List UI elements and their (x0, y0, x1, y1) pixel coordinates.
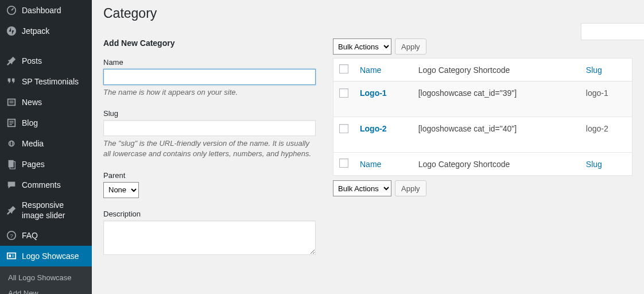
dashboard-icon (6, 5, 17, 16)
tablenav-bottom: Bulk Actions Apply (333, 180, 633, 196)
col-slug-footer[interactable]: Slug (580, 153, 633, 176)
jetpack-icon (6, 25, 17, 37)
sidebar-item-slider[interactable]: Responsive image slider (0, 195, 92, 225)
sidebar-label: Posts (22, 56, 42, 66)
sidebar-item-dashboard[interactable]: Dashboard (0, 0, 92, 21)
sidebar-item-comments[interactable]: Comments (0, 175, 92, 195)
svg-rect-14 (7, 253, 15, 259)
name-label: Name (103, 58, 316, 67)
row-checkbox[interactable] (339, 88, 348, 98)
slug-desc: The "slug" is the URL-friendly version o… (103, 138, 316, 159)
bulk-action-select-top[interactable]: Bulk Actions (333, 38, 391, 55)
name-input[interactable] (103, 69, 316, 85)
parent-label: Parent (103, 171, 316, 180)
blog-icon (6, 117, 17, 129)
sidebar-label: Blog (22, 118, 38, 128)
description-input[interactable] (103, 220, 316, 255)
svg-point-9 (9, 141, 14, 146)
add-category-form: Add New Category Name The name is how it… (103, 38, 316, 268)
showcase-icon (6, 250, 17, 262)
apply-button-bottom[interactable]: Apply (395, 180, 426, 196)
row-slug: logo-2 (580, 117, 633, 153)
sidebar-item-media[interactable]: Media (0, 133, 92, 154)
media-icon (6, 138, 17, 149)
news-icon (6, 96, 17, 108)
description-label: Description (103, 210, 316, 218)
name-desc: The name is how it appears on your site. (103, 87, 316, 98)
row-shortcode: [logoshowcase cat_id="40"] (413, 117, 580, 153)
sidebar-item-news[interactable]: News (0, 92, 92, 113)
sidebar-label: Logo Showcase (22, 251, 79, 261)
sidebar-label: Jetpack (22, 26, 49, 36)
sidebar-item-posts[interactable]: Posts (0, 51, 92, 71)
row-shortcode: [logoshowcase cat_id="39"] (413, 82, 580, 117)
row-slug: logo-1 (580, 82, 633, 117)
tablenav-top: Bulk Actions Apply (333, 38, 633, 55)
search-input[interactable] (581, 23, 644, 40)
bulk-action-select-bottom[interactable]: Bulk Actions (333, 180, 391, 196)
svg-point-1 (7, 26, 16, 36)
sidebar-item-blog[interactable]: Blog (0, 113, 92, 133)
category-list-panel: Bulk Actions Apply Name Logo Category Sh… (333, 38, 633, 268)
quote-icon (6, 76, 17, 87)
row-checkbox[interactable] (339, 124, 348, 133)
table-row: Logo-1 [logoshowcase cat_id="39"] logo-1 (333, 82, 633, 117)
svg-rect-2 (8, 99, 15, 106)
form-heading: Add New Category (103, 38, 316, 48)
sidebar-label: News (22, 97, 42, 107)
svg-rect-10 (9, 160, 14, 168)
submenu-all-logo[interactable]: All Logo Showcase (0, 270, 92, 285)
page-title: Category (103, 6, 633, 21)
admin-sidebar: Dashboard Jetpack Posts SP Testimonials … (0, 0, 92, 294)
submenu-add-new[interactable]: Add New (0, 285, 92, 294)
col-name-footer[interactable]: Name (354, 153, 413, 176)
select-all-checkbox-top[interactable] (339, 64, 348, 74)
category-table: Name Logo Category Shortcode Slug Logo-1… (333, 58, 633, 176)
sidebar-item-faq[interactable]: ? FAQ (0, 225, 92, 246)
slider-icon (6, 204, 17, 216)
svg-text:?: ? (10, 233, 13, 239)
col-shortcode-header: Logo Category Shortcode (413, 59, 580, 82)
faq-icon: ? (6, 230, 17, 241)
apply-button-top[interactable]: Apply (395, 38, 426, 55)
svg-rect-15 (9, 255, 11, 258)
pages-icon (6, 158, 17, 170)
sidebar-item-jetpack[interactable]: Jetpack (0, 21, 92, 41)
sidebar-label: SP Testimonials (22, 76, 79, 87)
sidebar-label: Pages (22, 159, 45, 169)
sidebar-label: Responsive image slider (22, 200, 86, 220)
content-area: Category Add New Category Name The name … (92, 0, 644, 294)
select-all-checkbox-bottom[interactable] (339, 158, 348, 168)
pin-icon (6, 55, 17, 67)
row-name-link[interactable]: Logo-2 (360, 124, 387, 133)
sidebar-item-pages[interactable]: Pages (0, 154, 92, 175)
sidebar-item-testimonials[interactable]: SP Testimonials (0, 71, 92, 92)
col-name-header[interactable]: Name (354, 59, 413, 82)
sidebar-submenu: All Logo Showcase Add New (0, 266, 92, 294)
sidebar-label: Comments (22, 180, 61, 190)
sidebar-item-logoshowcase[interactable]: Logo Showcase (0, 246, 92, 266)
slug-label: Slug (103, 109, 316, 118)
sidebar-label: Media (22, 138, 44, 149)
col-slug-header[interactable]: Slug (580, 59, 633, 82)
row-name-link[interactable]: Logo-1 (360, 88, 387, 98)
comments-icon (6, 179, 17, 191)
sidebar-label: Dashboard (22, 5, 61, 16)
table-row: Logo-2 [logoshowcase cat_id="40"] logo-2 (333, 117, 633, 153)
parent-select[interactable]: None (103, 182, 139, 198)
slug-input[interactable] (103, 120, 316, 136)
col-shortcode-footer: Logo Category Shortcode (413, 153, 580, 176)
sidebar-label: FAQ (22, 230, 38, 241)
